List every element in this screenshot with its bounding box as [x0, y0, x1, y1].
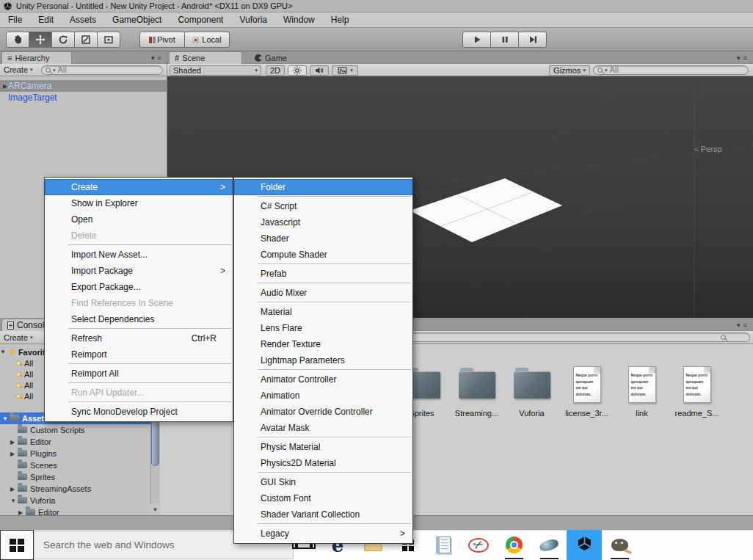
- project-tree-item-plugins[interactable]: ▶Plugins: [0, 448, 150, 459]
- media-app-icon[interactable]: [531, 530, 567, 560]
- scene-audio-button[interactable]: [310, 65, 329, 76]
- expand-arrow-icon[interactable]: ▶: [10, 486, 18, 492]
- menu-item-sync-monodevelop-project[interactable]: Sync MonoDevelop Project: [45, 404, 233, 420]
- project-tree-item-editor[interactable]: ▶Editor: [0, 506, 150, 515]
- notepad-icon[interactable]: [426, 530, 461, 560]
- project-item-streaming[interactable]: Streaming...: [449, 364, 504, 418]
- rect-tool-button[interactable]: [97, 32, 120, 48]
- hierarchy-panel-options[interactable]: ▾ ≡: [151, 54, 161, 62]
- chrome-icon[interactable]: [496, 530, 531, 560]
- scrollbar-down-arrow[interactable]: ▼: [150, 504, 160, 515]
- tab-hierarchy[interactable]: ≡ Hierarchy: [1, 51, 72, 64]
- perspective-toggle[interactable]: < Persp: [694, 145, 722, 153]
- expand-arrow-icon[interactable]: ▶: [18, 509, 26, 516]
- menu-item-refresh[interactable]: RefreshCtrl+R: [45, 330, 233, 346]
- menubar-edit[interactable]: Edit: [30, 12, 62, 27]
- snipping-tool-icon[interactable]: ✂: [461, 530, 496, 560]
- scene-effects-button[interactable]: ▾: [332, 65, 358, 76]
- expand-arrow-icon[interactable]: ▶: [10, 451, 18, 457]
- project-item-link[interactable]: Neque porro quisquam est qui dolorem.lin…: [614, 364, 669, 418]
- menu-item-prefab[interactable]: Prefab: [234, 266, 412, 282]
- project-item-license-3r[interactable]: Neque porro quisquam est qui dolorem.lic…: [559, 364, 614, 418]
- hierarchy-create-button[interactable]: Create ▾: [0, 64, 37, 76]
- project-tree-item-editor[interactable]: ▶Editor: [0, 436, 150, 448]
- step-button[interactable]: [518, 32, 547, 48]
- menu-item-export-package[interactable]: Export Package...: [45, 279, 233, 295]
- gizmos-dropdown[interactable]: Gizmos ▾: [549, 65, 590, 76]
- play-button[interactable]: [462, 32, 491, 48]
- menu-item-delete[interactable]: Delete: [45, 228, 233, 244]
- menu-item-reimport[interactable]: Reimport: [45, 346, 233, 363]
- menu-item-folder[interactable]: Folder: [234, 179, 412, 195]
- menu-item-compute-shader[interactable]: Compute Shader: [234, 247, 412, 263]
- menu-item-gui-skin[interactable]: GUI Skin: [234, 474, 412, 490]
- menu-item-physic-material[interactable]: Physic Material: [234, 439, 412, 455]
- menu-item-lens-flare[interactable]: Lens Flare: [234, 320, 412, 336]
- menu-item-create[interactable]: Create>: [45, 179, 233, 195]
- menu-item-animator-controller[interactable]: Animator Controller: [234, 371, 412, 388]
- expand-arrow-icon[interactable]: ▶: [0, 83, 8, 90]
- tab-game[interactable]: Game: [250, 51, 311, 64]
- scene-panel-options[interactable]: ▾ ≡: [737, 54, 747, 62]
- menu-item-physics2d-material[interactable]: Physics2D Material: [234, 455, 412, 471]
- local-button[interactable]: Local: [184, 32, 230, 48]
- start-button[interactable]: [0, 530, 34, 560]
- menubar-gameobject[interactable]: GameObject: [104, 12, 170, 27]
- menu-item-audio-mixer[interactable]: Audio Mixer: [234, 285, 412, 301]
- project-item-vuforia[interactable]: Vuforia: [504, 364, 559, 418]
- project-tree-item-vuforia[interactable]: ▼Vuforia: [0, 495, 150, 506]
- scale-tool-button[interactable]: [74, 32, 98, 48]
- project-tree-item-custom-scripts[interactable]: Custom Scripts: [0, 424, 150, 436]
- menubar-window[interactable]: Window: [275, 12, 323, 27]
- scene-search-input[interactable]: ▾ All: [593, 65, 749, 75]
- expand-open-icon[interactable]: ▼: [0, 349, 7, 355]
- menubar-vuforia[interactable]: Vuforia: [231, 12, 275, 27]
- pivot-button[interactable]: Pivot: [139, 32, 185, 48]
- menu-item-open[interactable]: Open: [45, 211, 233, 228]
- menu-item-avatar-mask[interactable]: Avatar Mask: [234, 420, 412, 436]
- scene-lighting-button[interactable]: [288, 65, 307, 76]
- menubar-component[interactable]: Component: [170, 12, 231, 27]
- menu-item-reimport-all[interactable]: Reimport All: [45, 366, 233, 382]
- menubar-help[interactable]: Help: [323, 12, 357, 27]
- menu-item-material[interactable]: Material: [234, 304, 412, 320]
- project-item-readme-s[interactable]: Neque porro quisquam est qui dolorem.rea…: [669, 364, 724, 418]
- menubar-file[interactable]: File: [0, 12, 30, 27]
- menu-item-legacy[interactable]: Legacy>: [234, 526, 412, 542]
- menu-item-import-package[interactable]: Import Package>: [45, 263, 233, 279]
- project-tree-item-scenes[interactable]: Scenes: [0, 459, 150, 471]
- project-tree-item-sprites[interactable]: Sprites: [0, 471, 150, 483]
- menu-item-animation[interactable]: Animation: [234, 388, 412, 404]
- menu-item-run-api-updater[interactable]: Run API Updater...: [45, 385, 233, 401]
- menu-item-find-references-in-scene[interactable]: Find References In Scene: [45, 295, 233, 311]
- 2d-toggle-button[interactable]: 2D: [266, 65, 285, 76]
- rotate-tool-button[interactable]: [51, 32, 75, 48]
- tab-scene[interactable]: # Scene: [169, 51, 242, 64]
- unity-icon[interactable]: [567, 530, 602, 560]
- menu-item-show-in-explorer[interactable]: Show in Explorer: [45, 195, 233, 211]
- expand-arrow-icon[interactable]: ▶: [10, 439, 18, 446]
- menu-item-select-dependencies[interactable]: Select Dependencies: [45, 311, 233, 327]
- hand-tool-button[interactable]: [6, 32, 29, 48]
- menu-item-animator-override-controller[interactable]: Animator Override Controller: [234, 404, 412, 420]
- menu-item-custom-font[interactable]: Custom Font: [234, 490, 412, 506]
- menu-item-render-texture[interactable]: Render Texture: [234, 336, 412, 352]
- menu-item-import-new-asset[interactable]: Import New Asset...: [45, 247, 233, 263]
- menu-item-lightmap-parameters[interactable]: Lightmap Parameters: [234, 352, 412, 368]
- project-tree-item-streamingassets[interactable]: ▶StreamingAssets: [0, 483, 150, 495]
- project-panel-options[interactable]: ▾ ≡: [737, 321, 747, 329]
- project-create-button[interactable]: Create ▾: [0, 331, 37, 343]
- menu-item-shader-variant-collection[interactable]: Shader Variant Collection: [234, 506, 412, 523]
- menu-item-c-script[interactable]: C# Script: [234, 198, 412, 214]
- menu-item-javascript[interactable]: Javascript: [234, 214, 412, 230]
- move-tool-button[interactable]: [29, 32, 52, 48]
- expand-arrow-icon[interactable]: ▼: [2, 415, 10, 422]
- gimp-icon[interactable]: [602, 530, 637, 560]
- menubar-assets[interactable]: Assets: [62, 12, 104, 27]
- draw-mode-dropdown[interactable]: Shaded ▾: [170, 65, 261, 76]
- pause-button[interactable]: [490, 32, 519, 48]
- menu-item-shader[interactable]: Shader: [234, 230, 412, 247]
- hierarchy-item-arcamera[interactable]: ▶ARCamera: [0, 80, 167, 92]
- hierarchy-item-imagetarget[interactable]: ImageTarget: [0, 92, 167, 103]
- hierarchy-search-input[interactable]: ▾ All: [41, 65, 163, 75]
